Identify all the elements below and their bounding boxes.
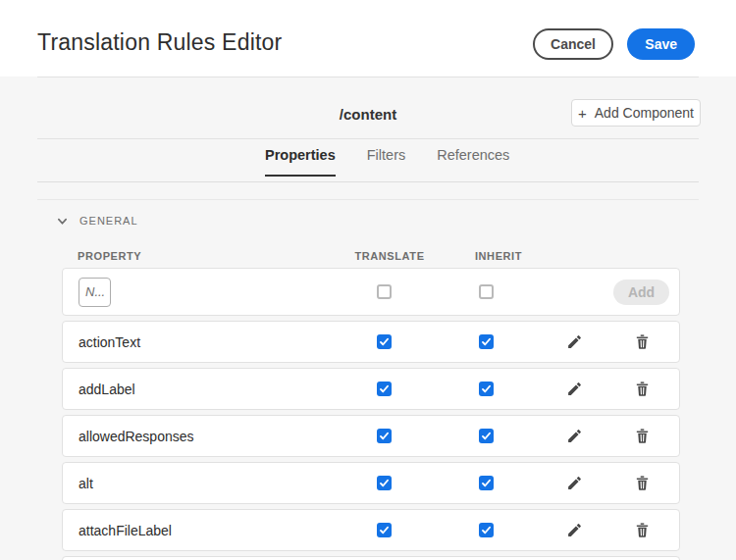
- tabs-divider: [37, 181, 699, 182]
- section-general-label: GENERAL: [79, 215, 138, 227]
- table-row: addLabel: [62, 368, 680, 410]
- add-component-label: Add Component: [595, 105, 694, 121]
- trash-icon: [634, 522, 651, 538]
- property-name: actionText: [63, 334, 341, 350]
- inherit-checkbox[interactable]: [479, 382, 494, 396]
- header-divider: [37, 76, 699, 77]
- tab-properties[interactable]: Properties: [265, 147, 336, 177]
- section-general-header[interactable]: GENERAL: [57, 215, 138, 227]
- tab-references[interactable]: References: [437, 147, 509, 177]
- table-row: actionText: [62, 321, 680, 363]
- edit-button[interactable]: [564, 379, 585, 399]
- new-property-name-input[interactable]: [79, 278, 111, 307]
- delete-button[interactable]: [632, 520, 653, 540]
- add-property-button[interactable]: Add: [613, 280, 669, 305]
- trash-icon: [634, 428, 651, 444]
- inherit-checkbox[interactable]: [479, 429, 494, 443]
- edit-button[interactable]: [564, 426, 585, 446]
- tab-filters[interactable]: Filters: [367, 147, 405, 177]
- delete-button[interactable]: [632, 379, 653, 399]
- tab-bar: Properties Filters References: [265, 147, 509, 177]
- table-row-partial: [62, 556, 680, 560]
- table-row: attachFileLabel: [62, 509, 680, 551]
- edit-button[interactable]: [564, 520, 585, 540]
- delete-button[interactable]: [632, 331, 653, 352]
- table-column-headers: PROPERTY TRANSLATE INHERIT: [62, 248, 680, 264]
- chevron-down-icon: [57, 216, 68, 227]
- column-header-property: PROPERTY: [62, 250, 340, 262]
- edit-button[interactable]: [564, 473, 585, 493]
- pencil-icon: [566, 333, 583, 350]
- delete-button[interactable]: [632, 426, 653, 446]
- translate-checkbox[interactable]: [377, 476, 392, 490]
- translate-checkbox[interactable]: [377, 382, 392, 396]
- inherit-checkbox[interactable]: [479, 334, 494, 349]
- pencil-icon: [566, 428, 583, 444]
- pencil-icon: [566, 475, 583, 491]
- pencil-icon: [566, 381, 583, 397]
- column-header-translate: TRANSLATE: [340, 250, 426, 262]
- new-property-row: Add: [62, 268, 680, 316]
- delete-button[interactable]: [632, 473, 653, 493]
- dialog-header: Translation Rules Editor Cancel Save: [0, 0, 736, 76]
- new-inherit-checkbox[interactable]: [479, 284, 494, 299]
- trash-icon: [634, 475, 651, 491]
- add-component-button[interactable]: + Add Component: [571, 99, 701, 127]
- new-translate-checkbox[interactable]: [377, 284, 392, 299]
- inherit-checkbox[interactable]: [479, 523, 494, 537]
- translate-checkbox[interactable]: [377, 429, 392, 443]
- edit-button[interactable]: [564, 331, 585, 352]
- section-divider: [37, 199, 699, 200]
- property-name: allowedResponses: [63, 429, 341, 444]
- translate-checkbox[interactable]: [377, 523, 392, 537]
- property-name: alt: [63, 476, 341, 491]
- save-button[interactable]: Save: [627, 28, 695, 60]
- property-name: attachFileLabel: [63, 523, 341, 538]
- table-row: allowedResponses: [62, 415, 680, 457]
- cancel-button[interactable]: Cancel: [533, 28, 613, 60]
- inherit-checkbox[interactable]: [479, 476, 494, 490]
- table-row: alt: [62, 462, 680, 504]
- page-title: Translation Rules Editor: [37, 29, 282, 56]
- pathbar-divider: [37, 138, 699, 139]
- pencil-icon: [566, 522, 583, 538]
- properties-table: Add actionText addLabel: [62, 268, 680, 560]
- plus-icon: +: [578, 106, 587, 121]
- translate-checkbox[interactable]: [377, 334, 392, 349]
- column-header-inherit: INHERIT: [426, 250, 544, 262]
- property-name: addLabel: [63, 382, 341, 397]
- trash-icon: [634, 381, 651, 397]
- trash-icon: [634, 333, 651, 350]
